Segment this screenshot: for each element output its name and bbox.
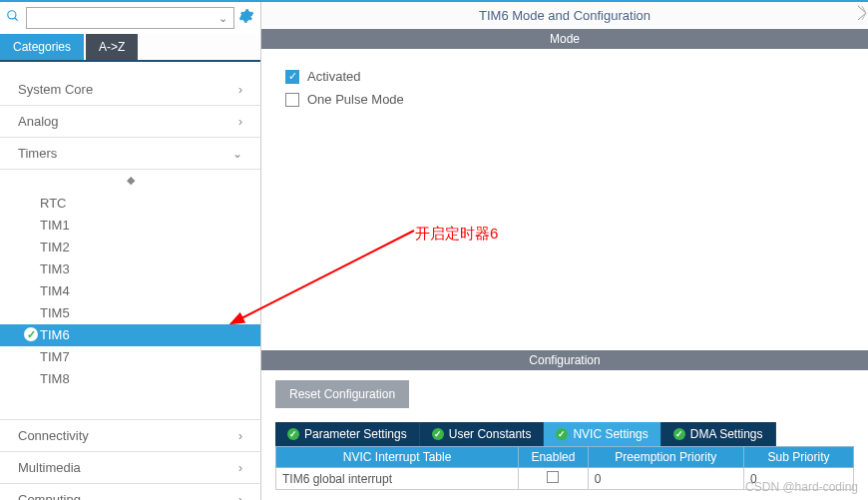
resize-handle-icon[interactable]: [856, 4, 868, 22]
cat-connectivity[interactable]: Connectivity ›: [0, 420, 260, 452]
chevron-down-icon: ⌄: [218, 12, 227, 25]
cat-label: Timers: [18, 146, 57, 161]
cat-timers[interactable]: Timers ⌄: [0, 138, 260, 170]
chevron-right-icon: ›: [238, 83, 242, 97]
tab-parameter-settings[interactable]: ✓Parameter Settings: [275, 422, 420, 446]
config-header: Configuration: [261, 350, 868, 370]
search-icon[interactable]: [6, 9, 22, 27]
col-interrupt-table[interactable]: NVIC Interrupt Table: [276, 447, 519, 468]
sort-indicator[interactable]: ◆: [0, 170, 260, 191]
svg-point-0: [8, 11, 16, 19]
reset-configuration-button[interactable]: Reset Configuration: [275, 380, 409, 408]
col-enabled[interactable]: Enabled: [519, 447, 588, 468]
chevron-down-icon: ⌄: [232, 147, 242, 161]
cat-multimedia[interactable]: Multimedia ›: [0, 452, 260, 484]
category-list: System Core › Analog › Timers ⌄ ◆ RTC TI…: [0, 62, 260, 500]
cat-computing[interactable]: Computing ›: [0, 484, 260, 500]
mode-header: Mode: [261, 29, 868, 49]
timer-item-tim1[interactable]: TIM1: [0, 215, 260, 237]
main-panel: TIM6 Mode and Configuration Mode ✓ Activ…: [261, 2, 868, 500]
mode-panel: ✓ Activated One Pulse Mode: [261, 49, 868, 127]
tab-label: DMA Settings: [690, 427, 763, 441]
timer-label: TIM6: [40, 327, 70, 342]
cat-label: System Core: [18, 82, 93, 97]
cell-name: TIM6 global interrupt: [276, 468, 519, 490]
col-preemption[interactable]: Preemption Priority: [588, 447, 743, 468]
cell-enabled[interactable]: [519, 468, 588, 490]
search-row: ⌄: [0, 2, 260, 34]
cell-preempt[interactable]: 0: [588, 468, 743, 490]
cat-label: Multimedia: [18, 460, 81, 475]
chevron-right-icon: ›: [238, 115, 242, 129]
cat-analog[interactable]: Analog ›: [0, 106, 260, 138]
tab-categories[interactable]: Categories: [0, 34, 84, 60]
one-pulse-row[interactable]: One Pulse Mode: [285, 88, 844, 111]
cat-label: Analog: [18, 114, 58, 129]
check-icon: ✓: [432, 428, 444, 440]
cat-system-core[interactable]: System Core ›: [0, 74, 260, 106]
check-icon: ✓: [24, 327, 38, 341]
tab-nvic-settings[interactable]: ✓NVIC Settings: [544, 422, 660, 446]
tab-label: Parameter Settings: [304, 427, 407, 441]
check-icon: ✓: [673, 428, 685, 440]
svg-line-1: [15, 18, 18, 21]
activated-row[interactable]: ✓ Activated: [285, 65, 844, 88]
chevron-right-icon: ›: [238, 493, 242, 501]
gear-icon[interactable]: [238, 8, 254, 28]
chevron-right-icon: ›: [238, 461, 242, 475]
activated-label: Activated: [307, 69, 360, 84]
col-sub-priority[interactable]: Sub Priority: [743, 447, 853, 468]
check-icon: ✓: [556, 428, 568, 440]
timer-item-rtc[interactable]: RTC: [0, 193, 260, 215]
watermark: CSDN @hard-coding: [745, 480, 858, 494]
sidebar: ⌄ Categories A->Z System Core › Analog ›…: [0, 2, 261, 500]
tab-dma-settings[interactable]: ✓DMA Settings: [661, 422, 776, 446]
timer-item-tim4[interactable]: TIM4: [0, 280, 260, 302]
timers-list: RTC TIM1 TIM2 TIM3 TIM4 TIM5 ✓ TIM6 TIM7…: [0, 191, 260, 402]
cat-label: Computing: [18, 492, 81, 500]
timer-item-tim6[interactable]: ✓ TIM6: [0, 324, 260, 346]
tab-label: NVIC Settings: [573, 427, 648, 441]
one-pulse-label: One Pulse Mode: [307, 92, 404, 107]
timer-item-tim2[interactable]: TIM2: [0, 237, 260, 258]
tab-user-constants[interactable]: ✓User Constants: [420, 422, 545, 446]
page-title: TIM6 Mode and Configuration: [261, 2, 868, 29]
checkbox-icon[interactable]: [547, 471, 559, 483]
timer-item-tim7[interactable]: TIM7: [0, 346, 260, 368]
config-tabs: ✓Parameter Settings ✓User Constants ✓NVI…: [275, 422, 854, 446]
timer-item-tim5[interactable]: TIM5: [0, 302, 260, 324]
checkbox-activated[interactable]: ✓: [285, 70, 299, 84]
sidebar-tabs: Categories A->Z: [0, 34, 260, 62]
timer-item-tim3[interactable]: TIM3: [0, 258, 260, 280]
chevron-right-icon: ›: [238, 429, 242, 443]
check-icon: ✓: [287, 428, 299, 440]
checkbox-one-pulse[interactable]: [285, 93, 299, 107]
tab-az[interactable]: A->Z: [86, 34, 138, 60]
tab-label: User Constants: [449, 427, 532, 441]
cat-label: Connectivity: [18, 428, 89, 443]
timer-item-tim8[interactable]: TIM8: [0, 368, 260, 390]
search-dropdown[interactable]: ⌄: [26, 7, 234, 29]
